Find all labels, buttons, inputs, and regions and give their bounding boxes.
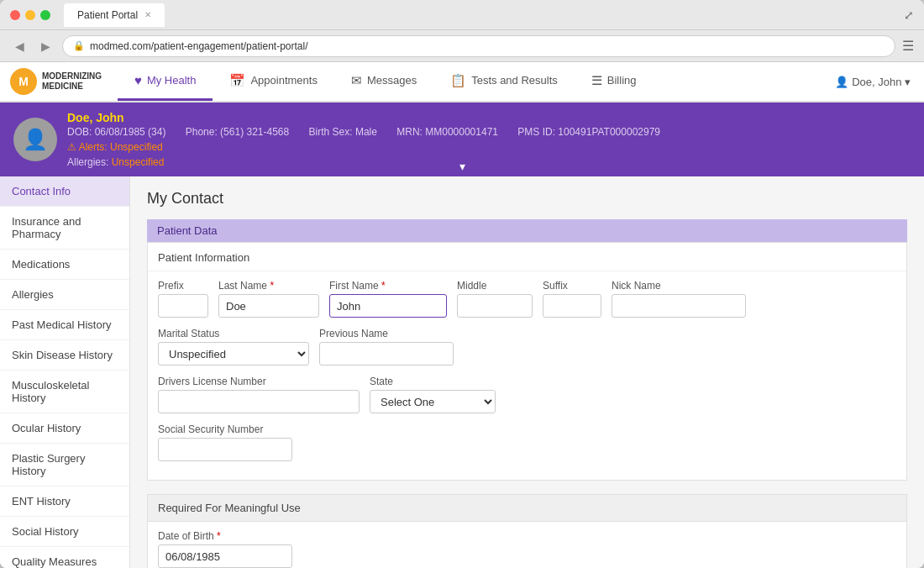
middle-label: Middle: [457, 280, 533, 292]
patient-name: Doe, John: [67, 111, 911, 124]
last-name-input[interactable]: [218, 294, 319, 318]
prefix-input[interactable]: [158, 294, 208, 318]
banner-chevron[interactable]: ▾: [459, 160, 465, 173]
dob-input[interactable]: [158, 544, 292, 568]
lock-icon: 🔒: [73, 40, 85, 51]
minimize-button[interactable]: [25, 10, 35, 20]
patient-meta: DOB: 06/08/1985 (34) Phone: (561) 321-45…: [67, 126, 911, 138]
tab-close-icon[interactable]: ✕: [144, 10, 151, 19]
back-button[interactable]: ◀: [10, 38, 29, 55]
prefix-group: Prefix: [158, 280, 208, 318]
clipboard-icon: 📋: [450, 73, 466, 88]
previous-name-group: Previous Name: [319, 328, 454, 366]
patient-birth-sex: Birth Sex: Male: [309, 126, 377, 138]
patient-allergies: Allergies: Unspecified: [67, 156, 911, 168]
browser-addressbar: ◀ ▶ 🔒 modmed.com/patient-engagement/pati…: [0, 30, 924, 62]
first-name-label: First Name *: [329, 280, 447, 292]
ssn-group: Social Security Number: [158, 423, 292, 461]
heart-icon: ♥: [134, 73, 142, 87]
nick-name-group: Nick Name: [612, 280, 746, 318]
sidebar-item-allergies[interactable]: Allergies: [0, 280, 129, 310]
traffic-lights: [10, 10, 50, 20]
sidebar-item-plastic-surgery-history[interactable]: Plastic Surgery History: [0, 444, 129, 486]
tab-title: Patient Portal: [77, 9, 138, 21]
tab-billing[interactable]: ☰ Billing: [575, 62, 654, 101]
patient-data-header: Patient Data: [147, 219, 907, 242]
maximize-button[interactable]: [40, 10, 50, 20]
form-row-dob: Date of Birth *: [158, 530, 896, 568]
ssn-label: Social Security Number: [158, 423, 292, 435]
content-area: My Contact Patient Data Patient Informat…: [130, 176, 924, 568]
drivers-license-group: Drivers License Number: [158, 376, 360, 413]
browser-menu-button[interactable]: ☰: [902, 38, 914, 54]
state-label: State: [370, 376, 496, 387]
state-select[interactable]: Select One: [370, 390, 496, 413]
patient-mrn: MRN: MM0000001471: [396, 126, 498, 138]
marital-status-label: Marital Status: [158, 328, 309, 339]
close-button[interactable]: [10, 10, 20, 20]
sidebar-item-past-medical-history[interactable]: Past Medical History: [0, 310, 129, 340]
previous-name-input[interactable]: [319, 342, 454, 366]
forward-button[interactable]: ▶: [36, 38, 55, 55]
dob-label: Date of Birth *: [158, 530, 292, 542]
calendar-icon: 📅: [229, 73, 245, 88]
patient-alerts: ⚠ Alerts: Unspecified: [67, 141, 911, 153]
tab-appointments[interactable]: 📅 Appointments: [213, 62, 334, 101]
url-text: modmed.com/patient-engagement/patient-po…: [90, 40, 307, 52]
tab-tests-results[interactable]: 📋 Tests and Results: [433, 62, 575, 101]
drivers-license-label: Drivers License Number: [158, 376, 360, 387]
nick-name-label: Nick Name: [612, 280, 746, 292]
sidebar-item-musculoskeletal-history[interactable]: Musculoskeletal History: [0, 371, 129, 413]
drivers-license-input[interactable]: [158, 390, 360, 413]
form-row-names: Prefix Last Name * First: [158, 280, 896, 318]
rfmu-header: Required For Meaningful Use: [147, 494, 907, 521]
ssn-input[interactable]: [158, 438, 292, 461]
previous-name-label: Previous Name: [319, 328, 454, 339]
billing-icon: ☰: [591, 73, 602, 88]
patient-dob: DOB: 06/08/1985 (34): [67, 126, 165, 138]
form-row-ssn: Social Security Number: [158, 423, 896, 461]
user-menu[interactable]: 👤 Doe, John ▾: [822, 76, 924, 88]
sidebar-item-social-history[interactable]: Social History: [0, 517, 129, 547]
middle-group: Middle: [457, 280, 533, 318]
envelope-icon: ✉: [351, 73, 362, 88]
logo-icon: M: [10, 68, 37, 95]
first-name-group: First Name *: [329, 280, 447, 318]
tab-messages[interactable]: ✉ Messages: [334, 62, 433, 101]
patient-banner: 👤 Doe, John DOB: 06/08/1985 (34) Phone: …: [0, 103, 924, 176]
logo-area: M MODERNIZING MEDICINE: [0, 68, 118, 95]
sidebar-item-quality-measures[interactable]: Quality Measures: [0, 547, 129, 568]
middle-input[interactable]: [457, 294, 533, 318]
last-name-label: Last Name *: [218, 280, 319, 292]
nick-name-input[interactable]: [612, 294, 746, 318]
sidebar-item-medications[interactable]: Medications: [0, 250, 129, 280]
dob-required: *: [217, 530, 221, 542]
marital-status-select[interactable]: Unspecified: [158, 342, 309, 366]
last-name-group: Last Name *: [218, 280, 319, 318]
sidebar-item-skin-disease-history[interactable]: Skin Disease History: [0, 340, 129, 371]
sidebar-item-ent-history[interactable]: ENT History: [0, 486, 129, 517]
marital-status-group: Marital Status Unspecified: [158, 328, 309, 366]
state-group: State Select One: [370, 376, 496, 413]
browser-tab[interactable]: Patient Portal ✕: [64, 3, 165, 27]
dob-group: Date of Birth *: [158, 530, 292, 568]
first-name-input[interactable]: [329, 294, 447, 318]
alerts-label: ⚠ Alerts: Unspecified: [67, 141, 163, 153]
patient-info-title: Patient Information: [148, 243, 906, 271]
tab-my-health[interactable]: ♥ My Health: [118, 62, 213, 101]
suffix-input[interactable]: [543, 294, 601, 318]
sidebar-item-insurance-pharmacy[interactable]: Insurance and Pharmacy: [0, 207, 129, 250]
first-name-required: *: [381, 280, 386, 292]
tab-bar: Patient Portal ✕: [64, 3, 897, 27]
expand-icon[interactable]: ⤢: [904, 8, 914, 22]
patient-information-section: Patient Information Prefix Last Name *: [147, 242, 907, 481]
patient-info: Doe, John DOB: 06/08/1985 (34) Phone: (5…: [67, 111, 911, 168]
last-name-required: *: [270, 280, 274, 292]
patient-phone: Phone: (561) 321-4568: [186, 126, 289, 138]
sidebar-item-ocular-history[interactable]: Ocular History: [0, 413, 129, 444]
sidebar-item-contact-info[interactable]: Contact Info: [0, 176, 129, 207]
address-bar[interactable]: 🔒 modmed.com/patient-engagement/patient-…: [62, 35, 895, 57]
rfmu-body: Date of Birth * City of Birth State of B…: [147, 521, 907, 568]
logo-text: MODERNIZING MEDICINE: [42, 71, 102, 92]
patient-avatar: 👤: [13, 118, 57, 161]
